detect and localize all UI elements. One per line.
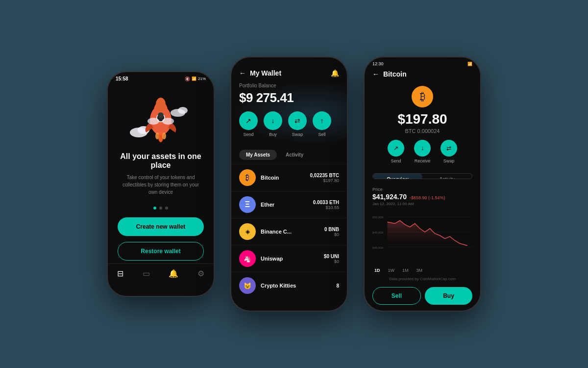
btc-receive-action[interactable]: ↓ Receive	[414, 140, 431, 163]
asset-list: ₿ Bitcoin 0,02235 BTC $197.80 Ξ Ether 0.…	[231, 164, 347, 311]
hero-illustration	[108, 83, 214, 152]
filter-1d[interactable]: 1D	[372, 267, 382, 274]
bnb-amount: 0 BNB $0	[324, 227, 339, 237]
btc-swap-label: Swap	[443, 158, 455, 163]
btc-balance: $197.80	[397, 111, 447, 127]
hero-subtitle: Take control of your tokens and collecti…	[118, 174, 204, 196]
btc-receive-icon: ↓	[414, 140, 431, 157]
svg-point-3	[178, 107, 188, 114]
nav-card-icon[interactable]: ▭	[143, 269, 150, 278]
phone-3: 12:30 📶 ← Bitcoin ₿ $197.80 BTC 0.000024…	[364, 56, 481, 312]
swap-action[interactable]: ⇄ Swap	[288, 111, 307, 137]
asset-cryptokitties[interactable]: 😺 Crypto Kitties 8	[231, 272, 347, 299]
tab-overview[interactable]: Overview	[373, 174, 422, 179]
filter-1w[interactable]: 1W	[386, 267, 397, 274]
sell-label: Sell	[318, 132, 325, 137]
dots-indicator	[108, 202, 214, 214]
btc-header: ← Bitcoin	[365, 68, 480, 82]
btc-footer: Sell Buy	[365, 283, 480, 311]
ck-icon: 😺	[239, 277, 256, 294]
send-action[interactable]: ↗ Send	[239, 111, 258, 137]
buy-action[interactable]: ↓ Buy	[264, 111, 282, 137]
status-icons-1: 🔇 📶 21%	[185, 77, 206, 81]
data-credit: Data provided by CoinMarketCap.com	[365, 276, 480, 283]
restore-wallet-button[interactable]: Restore wallet	[118, 242, 204, 261]
filter-1m[interactable]: 1M	[400, 267, 411, 274]
dot-2	[159, 207, 162, 210]
tab-my-assets[interactable]: My Assets	[239, 150, 277, 160]
btc-actions: ↗ Send ↓ Receive ⇄ Swap	[388, 140, 457, 163]
dot-3	[165, 207, 168, 210]
portfolio-balance: $9 275.41	[239, 90, 339, 105]
ether-name: Ether	[261, 202, 274, 208]
sell-icon: ↑	[313, 111, 331, 130]
status-bar-1: 15:58 🔇 📶 21%	[108, 72, 214, 83]
tab-activity[interactable]: Activity	[422, 174, 472, 179]
btc-main: ₿ $197.80 BTC 0.000024 ↗ Send ↓ Receive …	[365, 82, 480, 169]
svg-point-11	[162, 132, 166, 139]
bitcoin-crypto: 0,02235 BTC	[310, 173, 339, 178]
btc-back-arrow-icon[interactable]: ←	[372, 70, 379, 78]
swap-icon: ⇄	[288, 111, 307, 130]
bitcoin-icon: ₿	[239, 169, 256, 186]
bnb-icon: ◈	[239, 223, 256, 240]
nav-settings-icon[interactable]: ⚙	[197, 269, 204, 278]
nav-bell-icon[interactable]: 🔔	[169, 269, 178, 278]
price-date: Jan 12, 2022, 11:00 AM	[372, 202, 472, 206]
create-wallet-button[interactable]: Create new wallet	[118, 217, 204, 236]
price-main: $41,924.70	[372, 193, 407, 201]
btc-send-label: Send	[391, 158, 401, 163]
phone-2: ← My Wallet 🔔 Portfolio Balance $9 275.4…	[230, 56, 348, 312]
svg-text:$45,000: $45,000	[372, 231, 384, 234]
send-label: Send	[243, 132, 253, 137]
notification-bell-icon[interactable]: 🔔	[331, 69, 339, 77]
price-label: Price	[372, 187, 472, 192]
hero-text-area: All your assets in one place Take contro…	[108, 152, 214, 202]
status-icons-3: 📶	[467, 62, 472, 66]
portfolio-label: Portfolio Balance	[239, 83, 339, 88]
btc-swap-action[interactable]: ⇄ Swap	[441, 140, 457, 163]
svg-point-13	[162, 118, 174, 125]
asset-ether[interactable]: Ξ Ether 0.0033 ETH $10.55	[231, 191, 347, 218]
btc-title: Bitcoin	[383, 70, 406, 78]
swap-label: Swap	[292, 132, 303, 137]
sell-button[interactable]: Sell	[372, 287, 421, 305]
portfolio-section: Portfolio Balance $9 275.41 ↗ Send ↓ Buy…	[231, 81, 347, 145]
ether-amount: 0.0033 ETH $10.55	[313, 200, 339, 210]
price-change: -$658.90 (-1.54%)	[410, 195, 445, 200]
wallet-header: ← My Wallet 🔔	[231, 67, 347, 81]
hero-title: All your assets in one place	[118, 152, 204, 170]
buy-button[interactable]: Buy	[425, 287, 472, 305]
status-time-1: 15:58	[116, 76, 128, 81]
wallet-header-left: ← My Wallet	[239, 69, 281, 77]
svg-point-6	[156, 98, 166, 111]
buy-icon: ↓	[264, 111, 282, 130]
sell-action[interactable]: ↑ Sell	[313, 111, 331, 137]
send-icon: ↗	[239, 111, 258, 130]
tab-activity[interactable]: Activity	[279, 150, 310, 160]
filter-3m[interactable]: 3M	[415, 267, 425, 274]
status-bar-3: 12:30 📶	[365, 57, 480, 68]
time-filters: 1D 1W 1M 3M	[365, 265, 480, 276]
back-arrow-icon[interactable]: ←	[239, 69, 246, 77]
btc-coin-icon: ₿	[412, 86, 433, 107]
bitcoin-usd: $197.80	[310, 178, 339, 183]
asset-bitcoin[interactable]: ₿ Bitcoin 0,02235 BTC $197.80	[231, 164, 347, 191]
bitcoin-name: Bitcoin	[261, 175, 279, 181]
ck-name: Crypto Kitties	[261, 283, 296, 289]
bnb-crypto: 0 BNB	[324, 227, 339, 232]
uni-crypto: $0 UNI	[324, 254, 339, 259]
uni-usd: $0	[324, 259, 339, 264]
btc-send-action[interactable]: ↗ Send	[388, 140, 404, 163]
ether-icon: Ξ	[239, 196, 256, 213]
tab-bar: My Assets Activity	[239, 150, 339, 160]
svg-point-12	[147, 118, 159, 125]
wallet-title: My Wallet	[250, 69, 281, 77]
asset-binance[interactable]: ◈ Binance C... 0 BNB $0	[231, 218, 347, 245]
svg-text:$50,000: $50,000	[372, 215, 384, 219]
btc-send-icon: ↗	[388, 140, 404, 157]
nav-wallet-icon[interactable]: ⊟	[117, 269, 123, 278]
asset-uniswap[interactable]: 🦄 Uniswap $0 UNI $0	[231, 245, 347, 272]
price-current: $41,924.70 -$658.90 (-1.54%)	[372, 193, 472, 201]
dot-1	[153, 207, 156, 210]
